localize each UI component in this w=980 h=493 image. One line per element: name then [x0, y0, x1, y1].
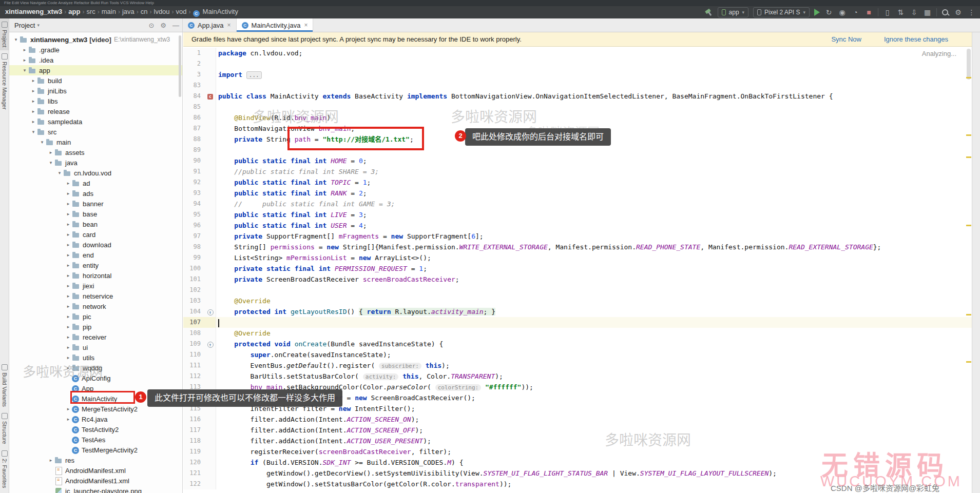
chevron-icon[interactable]: ▾ [39, 140, 46, 145]
tab-app-java[interactable]: C App.java × [183, 18, 237, 32]
chevron-icon[interactable]: ▸ [65, 324, 72, 329]
chevron-icon[interactable]: ▸ [65, 314, 72, 319]
close-icon[interactable]: × [227, 22, 231, 29]
tree-item-androidmanifest1-xml[interactable]: AndroidManifest1.xml [9, 476, 182, 486]
close-icon[interactable]: × [304, 22, 308, 29]
device-select[interactable]: Pixel 2 API S ▾ [753, 7, 810, 17]
tree-item-bean[interactable]: ▸bean [9, 219, 182, 229]
chevron-icon[interactable]: ▸ [65, 304, 72, 309]
ignore-changes-link[interactable]: Ignore these changes [884, 35, 948, 43]
code-line[interactable]: 108 @Override [183, 328, 972, 339]
breadcrumb-item[interactable]: src [86, 8, 95, 15]
warning-stripe-mark[interactable] [966, 314, 971, 315]
tree-item-ads[interactable]: ▸ads [9, 188, 182, 199]
override-gutter-icon[interactable]: ↑ [207, 342, 214, 348]
tree-item-horizontal[interactable]: ▸horizontal [9, 270, 182, 281]
tree-scrollbar[interactable] [179, 35, 181, 97]
breadcrumb-item[interactable]: main [102, 8, 116, 15]
code-line[interactable]: 85 [183, 102, 972, 112]
layout-inspector-icon[interactable]: ▦ [923, 8, 932, 16]
breadcrumb-item[interactable]: MainActivity [203, 8, 238, 15]
tree-item-res[interactable]: ▸res [9, 455, 182, 465]
code-line[interactable]: 117 filter.addAction(Intent.ACTION_SCREE… [183, 425, 972, 436]
chevron-icon[interactable]: ▸ [65, 211, 72, 216]
breadcrumb-item[interactable]: app [68, 8, 80, 15]
tree-item-app[interactable]: ▾app [9, 65, 182, 75]
code-line[interactable]: 1package cn.lvdou.vod; [183, 48, 972, 58]
tree-item-src[interactable]: ▾src [9, 127, 182, 137]
chevron-icon[interactable]: ▸ [65, 334, 72, 340]
tree-item-mergetestactivity2[interactable]: ▸CMergeTestActivity2 [9, 404, 182, 414]
sdk-manager-icon[interactable]: ⇩ [910, 8, 918, 16]
breadcrumb-item[interactable]: xintianweng_xtw3 [5, 8, 62, 15]
breadcrumb-item[interactable]: lvdou [154, 8, 170, 15]
chevron-icon[interactable]: ▸ [21, 47, 28, 52]
tree-item-jnilibs[interactable]: ▸jniLibs [9, 86, 182, 96]
chevron-icon[interactable]: ▸ [65, 232, 72, 237]
tree-item-androidmanifest-xml[interactable]: AndroidManifest.xml [9, 465, 182, 476]
chevron-icon[interactable]: ▸ [65, 293, 72, 299]
chevron-down-icon[interactable]: ▾ [37, 23, 40, 28]
code-line[interactable]: 92 public static final int TOPIC = 1; [183, 177, 972, 188]
tool-stripe-resource-manager-button[interactable]: Resource Manager [0, 50, 9, 113]
tree-item-app[interactable]: CApp [9, 383, 182, 393]
tree-item-ad[interactable]: ▸ad [9, 178, 182, 188]
breadcrumb-item[interactable]: java [122, 8, 134, 15]
tool-stripe-build-variants-button[interactable]: Build Variants [0, 361, 9, 410]
tree-item-xintianweng-xtw3[interactable]: ▾xintianweng_xtw3[video]E:\xintianweng_x… [9, 34, 182, 45]
tree-item-main[interactable]: ▾main [9, 137, 182, 147]
chevron-icon[interactable]: ▸ [65, 263, 72, 268]
code-line[interactable]: 114 screenBroadCastReceiver = new Screen… [183, 392, 972, 403]
breadcrumb-item[interactable]: vod [176, 8, 187, 15]
code-line[interactable]: 116 filter.addAction(Intent.ACTION_SCREE… [183, 414, 972, 425]
chevron-icon[interactable]: ▸ [47, 150, 54, 155]
code-line[interactable]: 101 private ScreenBroadCastReceiver scre… [183, 274, 972, 285]
code-line[interactable]: 102 [183, 285, 972, 295]
sync-now-link[interactable]: Sync Now [831, 35, 861, 43]
chevron-icon[interactable]: ▸ [65, 201, 72, 206]
code-line[interactable]: 121 getWindow().getDecorView().setSystem… [183, 468, 972, 479]
device-manager-icon[interactable]: ▯ [883, 8, 892, 16]
sync-gradle-icon[interactable]: ⇅ [896, 8, 905, 16]
code-line[interactable]: 122 getWindow().setStatusBarColor(getCol… [183, 479, 972, 489]
tree-item-download[interactable]: ▸download [9, 240, 182, 250]
code-line[interactable]: 119 registerReceiver(screenBroadCastRece… [183, 446, 972, 457]
code-line[interactable]: 87 BottomNavigationView bnv_main; [183, 123, 972, 134]
tree-item-end[interactable]: ▸end [9, 250, 182, 260]
gear-icon[interactable]: ⚙ [160, 22, 166, 29]
project-panel-title[interactable]: Project [14, 22, 35, 29]
code-editor[interactable]: 1package cn.lvdou.vod;23import ...8384cp… [183, 47, 972, 493]
tree-item-gradle[interactable]: ▸.gradle [9, 45, 182, 55]
warning-stripe-mark[interactable] [966, 156, 971, 158]
tree-item-banner[interactable]: ▸banner [9, 199, 182, 209]
code-line[interactable]: 109↑ protected void onCreate(Bundle save… [183, 339, 972, 349]
tree-item-receiver[interactable]: ▸receiver [9, 332, 182, 342]
tree-item-build[interactable]: ▸build [9, 75, 182, 86]
build-hammer-icon[interactable] [705, 8, 713, 16]
tree-item-utils[interactable]: ▸utils [9, 352, 182, 363]
code-line[interactable]: 96 public static final int USER = 4; [183, 220, 972, 231]
code-line[interactable]: 97 private SupportFragment[] mFragments … [183, 231, 972, 242]
tree-item-ic-launcher-playstore-png[interactable]: ic_launcher-playstore.png [9, 486, 182, 493]
chevron-icon[interactable]: ▸ [30, 88, 37, 93]
code-line[interactable]: 2 [183, 58, 972, 69]
tree-item-idea[interactable]: ▸.idea [9, 55, 182, 65]
code-line[interactable]: 94 // public static final int GAME = 3; [183, 199, 972, 209]
warning-stripe-mark[interactable] [966, 361, 971, 363]
stop-icon[interactable]: ■ [864, 8, 873, 16]
apply-changes-icon[interactable]: ↻ [824, 8, 833, 16]
tree-item-ui[interactable]: ▸ui [9, 342, 182, 352]
code-line[interactable]: 112 BarUtils.setStatusBarColor( activity… [183, 371, 972, 382]
chevron-icon[interactable]: ▸ [65, 355, 72, 360]
chevron-icon[interactable]: ▾ [56, 170, 63, 175]
profile-icon[interactable]: ◔ [851, 8, 860, 16]
search-icon[interactable] [941, 9, 949, 16]
code-line[interactable]: 88 private String path = "http://对接域名/1.… [183, 134, 972, 145]
chevron-icon[interactable]: ▸ [30, 78, 37, 83]
locate-file-icon[interactable]: ⊙ [148, 22, 154, 29]
chevron-icon[interactable]: ▸ [30, 119, 37, 124]
chevron-icon[interactable]: ▸ [65, 273, 72, 278]
tree-item-card[interactable]: ▸card [9, 229, 182, 240]
code-line[interactable]: 91 //public static final int SHARE = 3; [183, 166, 972, 177]
tool-stripe-favorites-button[interactable]: 2: Favorites [0, 447, 9, 491]
